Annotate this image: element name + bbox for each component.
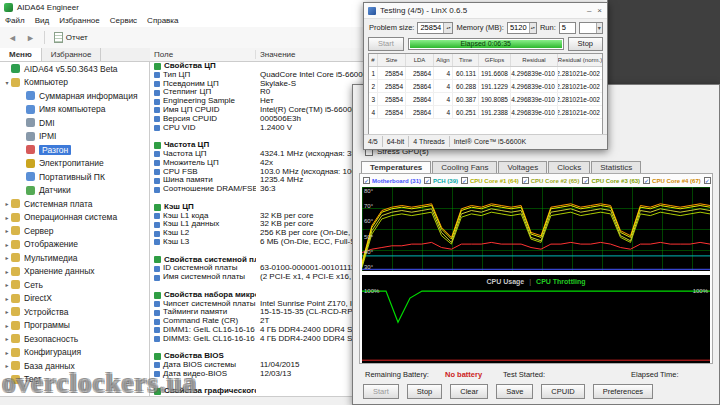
sensor-tab[interactable]: Cooling Fans xyxy=(432,161,497,173)
forward-arrow-icon[interactable]: ► xyxy=(23,32,38,44)
tree-expand-icon[interactable] xyxy=(3,79,11,86)
sensor-tab[interactable]: Voltages xyxy=(498,161,547,173)
test-button[interactable]: Stop xyxy=(407,384,442,399)
table-header-cell[interactable]: LDA xyxy=(406,54,434,66)
tree-item[interactable]: Отображение xyxy=(0,238,149,252)
legend-item[interactable]: ✓ Temperature #2 (47) xyxy=(704,177,711,184)
tree-item[interactable]: Сервер xyxy=(0,224,149,238)
table-header-cell[interactable]: Time xyxy=(453,54,479,66)
tree-item[interactable]: AIDA64 v5.50.3643 Beta xyxy=(0,62,149,76)
run-input[interactable]: 5 xyxy=(559,22,576,34)
tree-expand-icon[interactable] xyxy=(3,241,11,248)
tree-expand-icon[interactable] xyxy=(3,335,11,342)
tree-item[interactable]: DirectX xyxy=(0,292,149,306)
table-row[interactable]: 3 25854 25864 4 60.387 190.8085 4.296839… xyxy=(369,93,602,106)
tree-item[interactable]: Тест xyxy=(0,373,149,387)
legend-item[interactable]: ✓ CPU Core #2 (65) xyxy=(522,177,580,184)
tree-expand-icon[interactable] xyxy=(3,308,11,315)
memory-input[interactable]: 5120 ▴▾ xyxy=(507,22,537,34)
linx-stop-button[interactable]: Stop xyxy=(568,37,603,51)
table-row[interactable]: 1 25854 25864 4 60.131 191.6608 4.296839… xyxy=(369,67,602,80)
tree-item[interactable]: Компьютер xyxy=(0,76,149,90)
tree-item[interactable]: Конфигурация xyxy=(0,346,149,360)
table-header-cell[interactable]: Align xyxy=(434,54,453,66)
tree-item[interactable]: Датчики xyxy=(0,184,149,198)
sensor-tab[interactable]: Temperatures xyxy=(361,161,431,173)
menu-item[interactable]: Сервис xyxy=(110,16,137,25)
table-header-cell[interactable]: Size xyxy=(378,54,406,66)
tree-item[interactable]: Электропитание xyxy=(0,157,149,171)
minimize-icon[interactable]: – xyxy=(587,7,591,15)
tree-expand-icon[interactable] xyxy=(3,214,11,221)
field-icon xyxy=(154,336,160,342)
tree-expand-icon[interactable] xyxy=(3,349,11,356)
legend-checkbox[interactable]: ✓ xyxy=(522,177,529,184)
tree-item[interactable]: База данных xyxy=(0,359,149,373)
tree-item[interactable]: Операционная система xyxy=(0,211,149,225)
tree-item[interactable]: Имя компьютера xyxy=(0,103,149,117)
tree-item[interactable]: Портативный ПК xyxy=(0,170,149,184)
tree-expand-icon[interactable] xyxy=(3,295,11,302)
tree-item[interactable]: Устройства xyxy=(0,305,149,319)
sensor-tab[interactable]: Clocks xyxy=(548,161,590,173)
tree-item[interactable]: Мультимедиа xyxy=(0,251,149,265)
menu-item[interactable]: Вид xyxy=(35,16,49,25)
run-units-dropdown[interactable]: ▾ xyxy=(579,22,603,34)
menu-item[interactable]: Справка xyxy=(147,16,178,25)
linx-titlebar[interactable]: Testing (4/5) - LinX 0.6.5 – × xyxy=(364,3,607,19)
tree-expand-icon[interactable] xyxy=(3,227,11,234)
table-row[interactable]: 4 25854 25864 4 60.251 191.2388 4.296839… xyxy=(369,106,602,119)
tree-expand-icon[interactable] xyxy=(3,254,11,261)
tree-item[interactable]: Разгон xyxy=(0,143,149,157)
legend-checkbox[interactable]: ✓ xyxy=(582,177,589,184)
test-button[interactable]: CPUID xyxy=(541,384,584,399)
table-row[interactable]: 2 25854 25864 4 60.288 191.1229 4.296839… xyxy=(369,80,602,93)
tree-item-icon xyxy=(26,172,35,181)
report-button[interactable]: Отчет xyxy=(51,31,91,44)
tree-expand-icon[interactable] xyxy=(3,322,11,329)
legend-checkbox[interactable]: ✓ xyxy=(704,177,711,184)
spinner-arrows-icon[interactable]: ▴▾ xyxy=(529,23,536,33)
tree-item[interactable]: IPMI xyxy=(0,130,149,144)
test-button[interactable]: Clear xyxy=(450,384,488,399)
table-header-cell[interactable]: Residual xyxy=(511,54,558,66)
tree-item[interactable]: DMI xyxy=(0,116,149,130)
tree-item[interactable]: Безопасность xyxy=(0,332,149,346)
tree-expand-icon[interactable] xyxy=(3,268,11,275)
problem-size-input[interactable]: 25854 ▴▾ xyxy=(417,22,453,34)
tab-menu[interactable]: Меню xyxy=(0,48,42,61)
close-icon[interactable]: × xyxy=(597,7,602,15)
test-button[interactable]: Save xyxy=(496,384,533,399)
menu-item[interactable]: Файл xyxy=(5,16,25,25)
tree-item[interactable]: Сеть xyxy=(0,278,149,292)
column-header-field[interactable]: Поле xyxy=(150,50,256,59)
legend-item[interactable]: ✓ PCH (39) xyxy=(424,177,458,184)
tab-favorites[interactable]: Избранное xyxy=(42,48,102,61)
tree-item[interactable]: Системная плата xyxy=(0,197,149,211)
legend-checkbox[interactable]: ✓ xyxy=(424,177,431,184)
legend-checkbox[interactable]: ✓ xyxy=(643,177,650,184)
spinner-arrows-icon[interactable]: ▴▾ xyxy=(443,23,452,33)
table-header-cell[interactable]: # xyxy=(369,54,378,66)
legend-item[interactable]: ✓ Motherboard (31) xyxy=(363,177,421,184)
tree-expand-icon[interactable] xyxy=(3,281,11,288)
tree-expand-icon[interactable] xyxy=(3,376,11,383)
legend-checkbox[interactable]: ✓ xyxy=(461,177,468,184)
linx-start-button[interactable]: Start xyxy=(368,37,404,51)
tree-expand-icon[interactable] xyxy=(3,200,11,207)
tree-item[interactable]: Хранение данных xyxy=(0,265,149,279)
tree-expand-icon[interactable] xyxy=(3,362,11,369)
legend-item[interactable]: ✓ CPU Core #3 (63) xyxy=(582,177,640,184)
table-header-cell[interactable]: Residual (norm.) xyxy=(558,54,602,66)
tree-item[interactable]: Суммарная информация xyxy=(0,89,149,103)
legend-item[interactable]: ✓ CPU Core #4 (67) xyxy=(643,177,701,184)
test-button[interactable]: Preferences xyxy=(593,384,653,399)
legend-checkbox[interactable]: ✓ xyxy=(363,177,370,184)
test-button[interactable]: Start xyxy=(363,384,399,399)
legend-item[interactable]: ✓ CPU Core #1 (64) xyxy=(461,177,519,184)
back-arrow-icon[interactable]: ◄ xyxy=(5,32,20,44)
menu-item[interactable]: Избранное xyxy=(59,16,100,25)
table-header-cell[interactable]: GFlops xyxy=(479,54,511,66)
tree-item[interactable]: Программы xyxy=(0,319,149,333)
sensor-tab[interactable]: Statistics xyxy=(591,161,641,173)
